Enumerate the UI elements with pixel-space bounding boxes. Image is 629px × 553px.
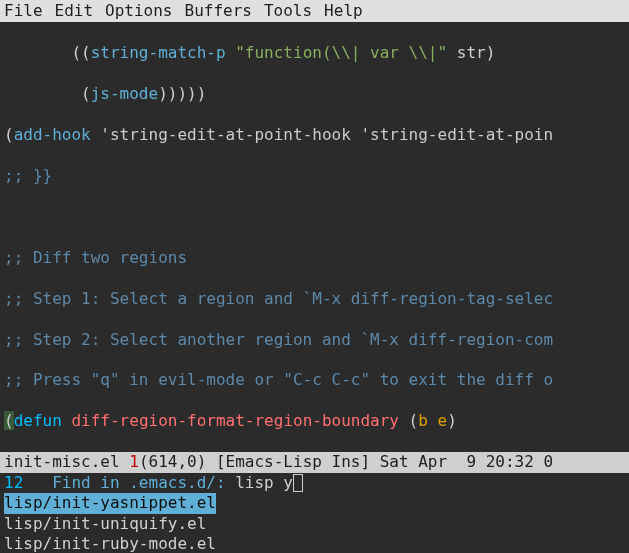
menu-file[interactable]: File: [4, 1, 43, 20]
code-line: (js-mode))))): [4, 84, 629, 104]
minibuffer[interactable]: 12 Find in .emacs.d/: lisp y: [0, 473, 629, 493]
modeline-position: (614,0) [Emacs-Lisp Ins] Sat Apr 9 20:32…: [139, 452, 553, 471]
candidate-item[interactable]: lisp/init-ruby-mode.el: [4, 534, 629, 553]
code-line: ;; Step 1: Select a region and `M-x diff…: [4, 289, 629, 309]
cursor: [293, 474, 303, 492]
menu-help[interactable]: Help: [324, 1, 363, 20]
menu-edit[interactable]: Edit: [55, 1, 94, 20]
menu-options[interactable]: Options: [105, 1, 172, 20]
code-line: (add-hook 'string-edit-at-point-hook 'st…: [4, 125, 629, 145]
code-line: ;; Diff two regions: [4, 248, 629, 268]
minibuffer-prompt: Find in .emacs.d/:: [23, 473, 235, 492]
code-line: ;; Press "q" in evil-mode or "C-c C-c" t…: [4, 370, 629, 390]
modeline-buffer: init-misc.el: [4, 452, 129, 471]
modeline-modified: 1: [129, 452, 139, 471]
code-line: ;; Step 2: Select another region and `M-…: [4, 330, 629, 350]
menu-buffers[interactable]: Buffers: [185, 1, 252, 20]
code-buffer[interactable]: ((string-match-p "function(\\| var \\|" …: [0, 22, 629, 452]
code-line: [4, 207, 629, 227]
candidate-list: lisp/init-yasnippet.el lisp/init-uniquif…: [0, 493, 629, 553]
mode-line: init-misc.el 1(614,0) [Emacs-Lisp Ins] S…: [0, 452, 629, 472]
menu-bar: FileEditOptionsBuffersToolsHelp: [0, 0, 629, 22]
code-line: (defun diff-region-format-region-boundar…: [4, 411, 629, 431]
minibuffer-input[interactable]: lisp y: [235, 473, 293, 492]
candidate-count: 12: [4, 473, 23, 492]
menu-tools[interactable]: Tools: [264, 1, 312, 20]
candidate-item-selected[interactable]: lisp/init-yasnippet.el: [4, 493, 216, 513]
candidate-item[interactable]: lisp/init-uniquify.el: [4, 514, 629, 534]
code-line: ((string-match-p "function(\\| var \\|" …: [4, 43, 629, 63]
code-line: ;; }}: [4, 166, 629, 186]
